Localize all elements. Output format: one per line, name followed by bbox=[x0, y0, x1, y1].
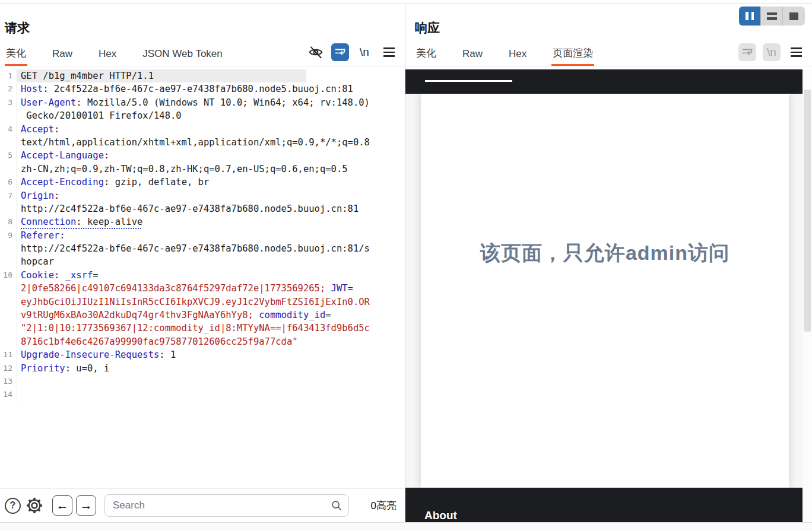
tab-hex[interactable]: Hex bbox=[97, 48, 118, 66]
word-wrap-icon[interactable] bbox=[331, 43, 349, 61]
search-icon[interactable] bbox=[330, 499, 343, 512]
tab-jwt[interactable]: JSON Web Token bbox=[141, 48, 224, 66]
editor-line: 1GET /b1g_m4mber HTTP/1.1 bbox=[0, 69, 405, 82]
editor-line: 10Cookie: _xsrf= bbox=[0, 269, 405, 282]
page-navbar bbox=[405, 69, 803, 94]
response-panel: 响应 美化 Raw Hex 页面渲染 bbox=[405, 4, 812, 522]
editor-line: 11Upgrade-Insecure-Requests: 1 bbox=[0, 348, 405, 361]
search-box bbox=[104, 494, 349, 517]
response-menu-icon[interactable] bbox=[787, 43, 805, 61]
eye-off-icon[interactable] bbox=[307, 43, 325, 61]
scrollbar-thumb[interactable] bbox=[804, 90, 811, 332]
editor-line: 6Accept-Encoding: gzip, deflate, br bbox=[0, 176, 405, 189]
forward-arrow-button[interactable]: → bbox=[76, 495, 96, 516]
about-link[interactable]: About bbox=[424, 509, 457, 522]
editor-line: eyJhbGciOiJIUzI1NiIsInR5cCI6IkpXVCJ9.eyJ… bbox=[0, 295, 405, 309]
nav-underline bbox=[425, 80, 512, 82]
editor-line: 9Referer: bbox=[0, 229, 405, 242]
newline-icon[interactable]: \n bbox=[356, 43, 373, 61]
editor-line: 12Priority: u=0, i bbox=[0, 362, 405, 375]
pause-button[interactable] bbox=[739, 7, 761, 26]
editor-line: 7Origin: bbox=[0, 189, 405, 202]
editor-line: 14 bbox=[0, 388, 405, 401]
editor-line: 2Host: 2c4f522a-bf6e-467c-ae97-e7438fa7b… bbox=[0, 82, 405, 96]
app-window: 请求 美化 Raw Hex JSON Web Token bbox=[0, 0, 812, 531]
editor-line: zh-CN,zh;q=0.9,zh-TW;q=0.8,zh-HK;q=0.7,e… bbox=[0, 163, 405, 176]
window-top-strip bbox=[0, 0, 812, 4]
editor-line: "2|1:0|10:1773569367|12:commodity_id|8:M… bbox=[0, 322, 405, 335]
tab-page-render[interactable]: 页面渲染 bbox=[551, 46, 594, 66]
editor-line: 2|0fe58266|c49107c694133da3c8764f5297daf… bbox=[0, 282, 405, 295]
gear-icon[interactable] bbox=[25, 496, 44, 515]
page-footer: About bbox=[405, 488, 803, 522]
editor-line: 4Accept: bbox=[0, 123, 405, 136]
request-menu-icon[interactable] bbox=[380, 43, 398, 61]
editor-line: http://2c4f522a-bf6e-467c-ae97-e7438fa7b… bbox=[0, 242, 405, 255]
admin-only-message: 该页面，只允许admin访问 bbox=[421, 240, 789, 267]
equals-button[interactable] bbox=[761, 7, 783, 26]
editor-line: http://2c4f522a-bf6e-467c-ae97-e7438fa7b… bbox=[0, 202, 405, 215]
editor-line: 13 bbox=[0, 375, 405, 388]
intercept-control bbox=[739, 7, 805, 26]
back-arrow-button[interactable]: ← bbox=[52, 495, 72, 516]
editor-line: text/html,application/xhtml+xml,applicat… bbox=[0, 136, 405, 149]
tab-beautify[interactable]: 美化 bbox=[5, 46, 27, 66]
editor-line: Gecko/20100101 Firefox/148.0 bbox=[0, 109, 405, 122]
window-bottom-strip bbox=[0, 522, 812, 530]
rendered-page: 该页面，只允许admin访问 About bbox=[405, 69, 812, 522]
editor-line: 8Connection: keep-alive bbox=[0, 215, 405, 228]
word-wrap-icon-disabled[interactable] bbox=[738, 43, 756, 61]
page-scrollbar[interactable] bbox=[803, 69, 812, 522]
editor-line: hopcar bbox=[0, 255, 405, 268]
search-toolbar: ? bbox=[0, 488, 405, 522]
help-icon[interactable]: ? bbox=[5, 498, 21, 514]
response-tabbar: 美化 Raw Hex 页面渲染 \n bbox=[405, 36, 812, 66]
tab-hex-resp[interactable]: Hex bbox=[508, 48, 528, 66]
page-container: 该页面，只允许admin访问 bbox=[421, 94, 789, 488]
request-editor[interactable]: 1GET /b1g_m4mber HTTP/1.12Host: 2c4f522a… bbox=[0, 69, 405, 402]
editor-line: 8716c1bf4e6c4267a99990fac975877012606cc2… bbox=[0, 335, 405, 348]
search-input[interactable] bbox=[104, 494, 349, 517]
request-panel: 请求 美化 Raw Hex JSON Web Token bbox=[0, 4, 405, 522]
editor-line: 3User-Agent: Mozilla/5.0 (Windows NT 10.… bbox=[0, 96, 405, 109]
newline-icon-disabled[interactable]: \n bbox=[763, 43, 781, 61]
editor-line: 5Accept-Language: bbox=[0, 149, 405, 162]
request-title: 请求 bbox=[5, 20, 405, 36]
newline-label: \n bbox=[360, 46, 369, 59]
request-tabbar: 美化 Raw Hex JSON Web Token bbox=[0, 36, 405, 66]
tab-beautify-resp[interactable]: 美化 bbox=[415, 46, 437, 66]
highlight-count: 0高亮 bbox=[371, 499, 397, 513]
editor-line: v9tRUgM6xBAo30A2dkuDq74gr4thv3FgNAaY6hYy… bbox=[0, 309, 405, 322]
tab-raw-resp[interactable]: Raw bbox=[461, 48, 484, 66]
stop-button[interactable] bbox=[783, 7, 805, 26]
tab-raw[interactable]: Raw bbox=[51, 48, 74, 66]
newline-label: \n bbox=[767, 46, 776, 59]
